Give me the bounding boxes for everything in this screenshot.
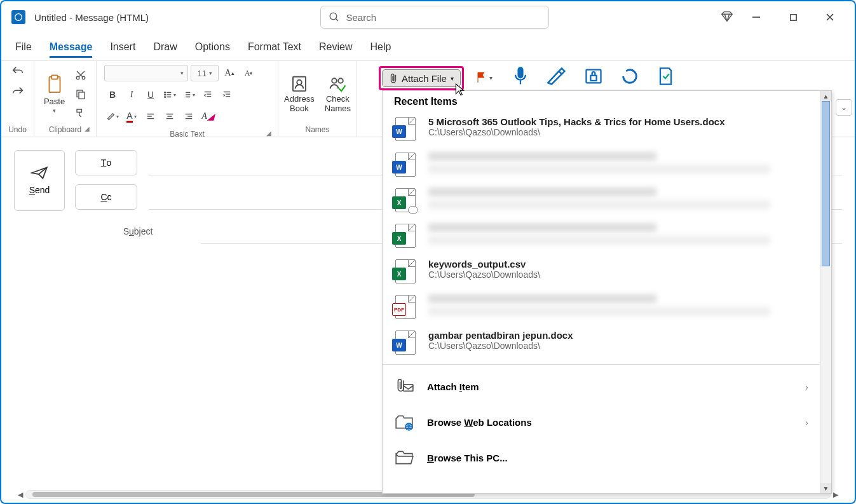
recent-item-path (428, 165, 770, 174)
menu-help[interactable]: Help (370, 36, 391, 58)
attach-file-label: Attach File (402, 73, 447, 84)
recent-item-path: C:\Users\Qazso\Downloads\ (428, 269, 808, 280)
send-button[interactable]: Send (14, 150, 65, 211)
excel-file-icon: X (394, 259, 417, 284)
clipboard-group-label: Clipboard◢ (39, 124, 91, 135)
attach-item-action[interactable]: Attach Item › (383, 369, 820, 404)
scroll-left-arrow-icon[interactable]: ◀ (15, 491, 25, 499)
bullets-button[interactable] (161, 86, 178, 103)
undo-group-label: Undo (6, 124, 29, 135)
ribbon-expand-button[interactable]: ⌄ (836, 99, 852, 116)
scroll-up-arrow-icon[interactable]: ▲ (820, 91, 831, 101)
cc-button[interactable]: Cc (75, 184, 137, 210)
recent-item-path (428, 200, 770, 209)
recent-item-name (428, 294, 656, 303)
decrease-indent-button[interactable] (200, 86, 216, 103)
menu-insert[interactable]: Insert (110, 36, 135, 58)
basictext-launcher-icon[interactable]: ◢ (266, 130, 271, 137)
menu-format-text[interactable]: Format Text (248, 36, 301, 58)
svg-rect-43 (519, 67, 523, 78)
titlebar: Untitled - Message (HTML) Search (1, 1, 855, 33)
dictate-icon[interactable] (512, 66, 529, 89)
clear-formatting-button[interactable]: A◢ (200, 108, 216, 125)
recent-item[interactable]: X (383, 218, 820, 254)
sensitivity-icon[interactable] (584, 67, 603, 88)
clipboard-launcher-icon[interactable]: ◢ (85, 125, 90, 132)
svg-point-1 (330, 13, 337, 20)
minimize-button[interactable] (747, 8, 766, 27)
svg-line-2 (336, 18, 338, 21)
recent-item-name: keywords_output.csv (428, 259, 808, 269)
recent-item[interactable]: Wgambar pentadbiran jepun.docxC:\Users\Q… (383, 325, 820, 360)
close-button[interactable] (820, 8, 839, 27)
cut-button[interactable] (71, 67, 90, 83)
menubar: File Message Insert Draw Options Format … (1, 33, 855, 61)
svg-point-17 (165, 94, 166, 95)
align-center-button[interactable] (161, 108, 178, 125)
svg-point-42 (339, 78, 344, 83)
names-group-label: Names (283, 124, 351, 135)
scroll-right-arrow-icon[interactable]: ▶ (831, 491, 841, 499)
menu-message[interactable]: Message (50, 36, 93, 58)
recent-items-heading: Recent Items (383, 91, 820, 111)
loop-icon[interactable] (620, 67, 640, 88)
check-names-button[interactable]: CheckNames (321, 72, 355, 116)
address-book-button[interactable]: AddressBook (280, 72, 318, 116)
copy-button[interactable] (71, 86, 90, 102)
font-family-select[interactable]: ▾ (104, 65, 188, 81)
numbering-button[interactable] (180, 86, 197, 103)
scroll-down-arrow-icon[interactable]: ▼ (820, 483, 831, 493)
attach-file-button[interactable]: Attach File ▾ (382, 69, 461, 87)
recent-item[interactable]: X (383, 182, 820, 218)
recent-item-path: C:\Users\Qazso\Downloads\ (428, 341, 808, 351)
to-button[interactable]: To (75, 150, 137, 175)
outlook-app-icon (11, 10, 25, 24)
format-painter-button[interactable] (71, 105, 90, 121)
svg-rect-39 (293, 77, 306, 92)
search-icon (329, 11, 340, 23)
search-input[interactable]: Search (320, 6, 549, 29)
recent-item-path (428, 307, 770, 316)
undo-button[interactable] (8, 64, 27, 80)
font-size-select[interactable]: 11 ▾ (191, 65, 219, 81)
editor-icon[interactable] (656, 66, 674, 89)
recent-item[interactable]: W5 Microsoft 365 Outlook Tips, Hacks & T… (383, 111, 820, 147)
menu-draw[interactable]: Draw (153, 36, 177, 58)
signature-icon[interactable] (546, 67, 567, 88)
redo-button[interactable] (8, 84, 27, 100)
increase-indent-button[interactable] (219, 86, 235, 103)
word-file-icon: W (394, 152, 417, 177)
menu-options[interactable]: Options (195, 36, 230, 58)
font-color-button[interactable]: A (123, 108, 140, 125)
svg-point-0 (15, 14, 22, 21)
recent-item[interactable]: W (383, 147, 820, 182)
italic-button[interactable]: I (123, 86, 140, 103)
menu-file[interactable]: File (15, 36, 32, 58)
recent-item[interactable]: PDF (383, 289, 820, 325)
premium-icon[interactable] (720, 9, 734, 25)
check-names-label: CheckNames (325, 95, 351, 113)
decrease-font-button[interactable]: A▾ (240, 65, 257, 81)
mouse-cursor-icon (454, 83, 466, 99)
window-title: Untitled - Message (HTML) (34, 12, 149, 23)
svg-point-15 (165, 92, 166, 93)
attach-file-highlight: Attach File ▾ (379, 66, 464, 90)
align-left-button[interactable] (142, 108, 159, 125)
search-placeholder: Search (346, 12, 377, 23)
browse-pc-action[interactable]: Browse This PC... (383, 440, 820, 475)
highlight-button[interactable] (104, 108, 121, 125)
align-right-button[interactable] (180, 108, 197, 125)
recent-item[interactable]: Xkeywords_output.csvC:\Users\Qazso\Downl… (383, 254, 820, 289)
svg-point-19 (165, 97, 166, 98)
browse-web-action[interactable]: Browse Web Locations › (383, 404, 820, 440)
increase-font-button[interactable]: A▴ (221, 65, 238, 81)
svg-rect-4 (790, 14, 796, 20)
paste-button[interactable]: Paste ▾ (40, 71, 69, 116)
menu-review[interactable]: Review (319, 36, 352, 58)
maximize-button[interactable] (784, 8, 803, 27)
bold-button[interactable]: B (104, 86, 121, 103)
subject-label: Subject (75, 226, 201, 236)
follow-up-flag-button[interactable]: ▾ (473, 70, 495, 85)
dropdown-scrollbar[interactable]: ▲ ▼ (820, 91, 831, 493)
underline-button[interactable]: U (142, 86, 159, 103)
